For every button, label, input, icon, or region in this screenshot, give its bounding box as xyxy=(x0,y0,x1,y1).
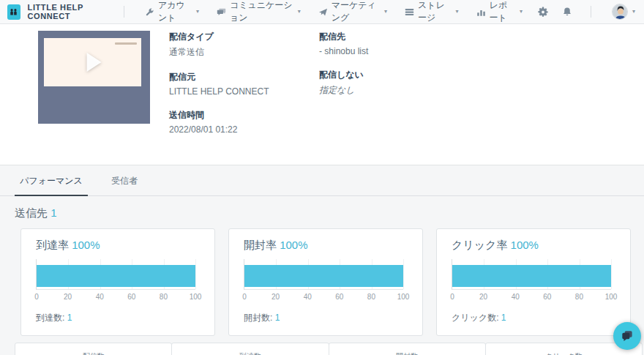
tick-label: 0 xyxy=(242,293,247,301)
settings-button[interactable] xyxy=(531,7,555,18)
recipient-count-heading: 送信先 1 xyxy=(15,206,644,220)
nav-menu-label: マーケティング xyxy=(332,0,381,24)
nav-menu-label: ストレージ xyxy=(418,0,452,24)
chart-x-axis: 0 20 40 60 80 100 xyxy=(452,293,611,304)
email-report-page: LITTLE HELP CONNECT アカウント ▾ コミュニケーション ▾ xyxy=(0,0,644,355)
field-label: 配信元 xyxy=(169,71,319,83)
field-value: 通常送信 xyxy=(169,46,319,59)
chevron-down-icon: ▾ xyxy=(520,9,523,15)
heading-label: 送信先 xyxy=(15,206,48,219)
chart-plot-area xyxy=(452,259,611,290)
field-label: 配信しない xyxy=(319,69,368,81)
stat-delivered: 配信数 1 xyxy=(15,343,172,355)
summary-column-2: 配信先 - shinobu list 配信しない 指定なし xyxy=(319,31,368,109)
card-title-percent: 100% xyxy=(280,239,307,251)
tick-label: 80 xyxy=(575,293,583,301)
tab-performance[interactable]: パフォーマンス xyxy=(15,165,88,196)
chat-launcher-button[interactable] xyxy=(613,322,641,350)
open-rate-card: 開封率 100% 0 20 40 60 80 100 xyxy=(228,228,423,336)
footer-value: 1 xyxy=(67,313,72,323)
open-rate-chart: 0 20 40 60 80 100 xyxy=(244,259,403,304)
footer-value: 1 xyxy=(275,313,280,323)
brand-name: LITTLE HELP CONNECT xyxy=(28,3,113,20)
chevron-down-icon: ▾ xyxy=(196,9,199,15)
chart-bar xyxy=(452,265,611,287)
card-footer: クリック数: 1 xyxy=(452,312,611,324)
chart-x-axis: 0 20 40 60 80 100 xyxy=(36,293,195,304)
field-label: 配信タイプ xyxy=(169,31,319,43)
delivery-rate-card: 到達率 100% 0 20 40 60 80 100 xyxy=(20,228,215,336)
stat-opened: 開封数 1 xyxy=(329,343,486,355)
brand-logo-glyph xyxy=(9,7,18,17)
performance-section: パフォーマンス 受信者 送信先 1 到達率 100% 0 xyxy=(0,165,644,355)
tick-label: 60 xyxy=(543,293,551,301)
bell-icon xyxy=(562,7,572,17)
notifications-button[interactable] xyxy=(555,7,579,17)
tick-label: 80 xyxy=(160,293,168,301)
chart-bar xyxy=(244,265,403,287)
tick-label: 0 xyxy=(450,293,454,301)
card-title-label: 到達率 xyxy=(36,239,69,251)
nav-menu-marketing[interactable]: マーケティング ▾ xyxy=(310,0,396,23)
field-exclusions: 配信しない 指定なし xyxy=(319,69,368,97)
card-title-percent: 100% xyxy=(511,239,539,251)
tick-label: 80 xyxy=(367,293,375,301)
card-title: 開封率 100% xyxy=(244,239,403,253)
field-value: 2022/08/01 01:22 xyxy=(169,124,319,135)
chevron-down-icon[interactable]: ▾ xyxy=(632,9,635,15)
nav-menu-storage[interactable]: ストレージ ▾ xyxy=(396,0,468,23)
stat-label: 開封数 xyxy=(329,351,485,355)
click-rate-card: クリック率 100% 0 20 40 60 80 100 xyxy=(436,228,631,336)
footer-value: 1 xyxy=(501,313,506,323)
play-icon xyxy=(86,53,101,72)
field-label: 配信先 xyxy=(319,31,368,43)
tick-label: 100 xyxy=(605,293,618,301)
stat-reached: 到達数 1 xyxy=(171,343,329,355)
email-preview-body xyxy=(44,38,141,86)
user-avatar[interactable] xyxy=(612,4,628,20)
tick-label: 60 xyxy=(335,293,343,301)
nav-menu-account[interactable]: アカウント ▾ xyxy=(136,0,208,23)
brand-logo[interactable] xyxy=(7,4,20,20)
tick-label: 40 xyxy=(512,293,520,301)
footer-label: クリック数: xyxy=(452,313,498,323)
tick-label: 100 xyxy=(397,293,410,301)
navbar-divider xyxy=(124,6,124,18)
chevron-down-icon: ▾ xyxy=(456,9,459,15)
footer-label: 到達数: xyxy=(36,313,64,323)
gear-icon xyxy=(538,7,549,18)
chevron-down-icon: ▾ xyxy=(384,9,387,15)
storage-icon xyxy=(405,7,414,17)
tick-label: 20 xyxy=(64,293,72,301)
report-icon xyxy=(476,7,486,17)
nav-menu-communication[interactable]: コミュニケーション ▾ xyxy=(208,0,310,23)
stats-row: 配信数 1 到達数 1 開封数 1 クリック数 1 xyxy=(15,343,643,355)
card-title-label: 開封率 xyxy=(244,239,277,251)
stat-label: 到達数 xyxy=(172,351,328,355)
tick-label: 40 xyxy=(304,293,312,301)
tick-label: 40 xyxy=(96,293,104,301)
nav-menu-report[interactable]: レポート ▾ xyxy=(468,0,531,23)
nav-menu-label: コミュニケーション xyxy=(230,0,294,24)
tick-label: 0 xyxy=(34,293,39,301)
paper-plane-icon xyxy=(318,7,328,17)
heading-count: 1 xyxy=(50,206,56,219)
gridline xyxy=(403,259,404,289)
chat-bubble-icon xyxy=(620,329,634,343)
navbar-divider xyxy=(591,6,591,18)
avatar-image xyxy=(613,4,628,20)
card-footer: 開封数: 1 xyxy=(244,312,403,324)
email-preview-header-mark xyxy=(115,42,137,45)
email-preview-thumbnail[interactable] xyxy=(38,31,150,124)
gridline xyxy=(195,259,196,289)
stat-label: 配信数 xyxy=(15,351,171,355)
chevron-down-icon: ▾ xyxy=(298,9,301,15)
card-title: クリック率 100% xyxy=(452,239,611,253)
summary-column-1: 配信タイプ 通常送信 配信元 LITTLE HELP CONNECT 送信時間 … xyxy=(169,31,319,147)
card-title-percent: 100% xyxy=(72,239,100,251)
tab-recipients[interactable]: 受信者 xyxy=(88,165,161,195)
tick-label: 20 xyxy=(479,293,487,301)
nav-menu-label: アカウント xyxy=(158,0,192,24)
field-recipients: 配信先 - shinobu list xyxy=(319,31,368,56)
field-sender: 配信元 LITTLE HELP CONNECT xyxy=(169,71,319,97)
